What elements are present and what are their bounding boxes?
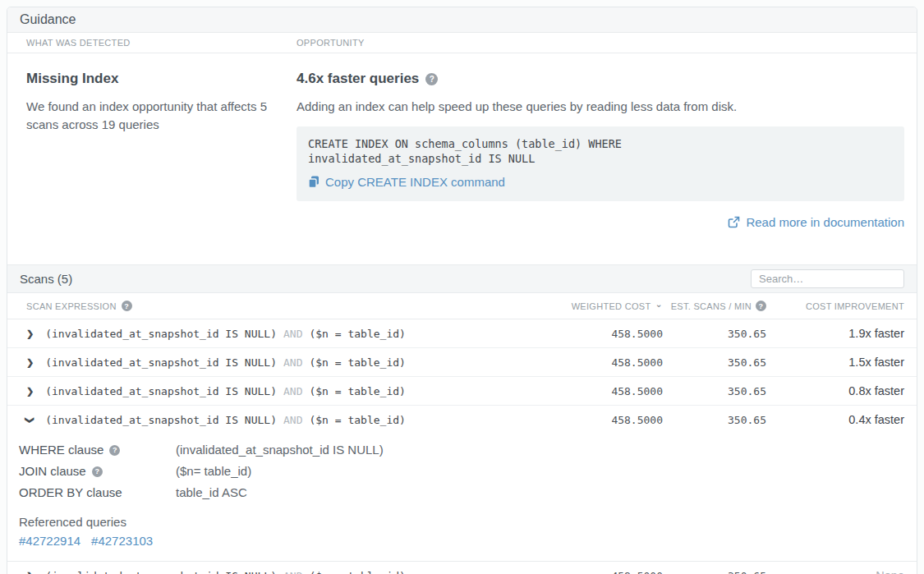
detected-title: Missing Index (26, 71, 287, 87)
join-clause-value: ($n= table_id) (176, 461, 904, 481)
scans-table-header: SCAN EXPRESSION ? WEIGHTED COST ⌄ EST. S… (7, 293, 917, 319)
what-was-detected-header: WHAT WAS DETECTED (26, 38, 297, 48)
cost-improvement-column-header[interactable]: COST IMPROVEMENT (766, 301, 904, 311)
and-keyword: AND (282, 385, 304, 397)
weighted-cost-column-header[interactable]: WEIGHTED COST ⌄ (556, 301, 663, 311)
weighted-cost-value: 458.5000 (556, 570, 663, 574)
est-scans-value: 350.65 (663, 414, 766, 426)
est-scans-value: 350.65 (663, 328, 766, 340)
scan-row[interactable]: ❯ (invalidated_at_snapshot_id IS NULL) A… (7, 377, 917, 406)
where-clause-label-text: WHERE clause (19, 440, 103, 460)
scan-expression: (invalidated_at_snapshot_id IS NULL) (45, 328, 277, 340)
referenced-queries-title: Referenced queries (19, 515, 904, 529)
help-icon[interactable]: ? (122, 301, 132, 311)
opportunity-header: OPPORTUNITY (297, 38, 365, 48)
opportunity-title: 4.6x faster queries ? (297, 71, 904, 87)
help-icon[interactable]: ? (756, 301, 766, 311)
scan-row[interactable]: ❯ (invalidated_at_snapshot_id IS NULL) A… (7, 562, 917, 574)
cost-improvement-value: None (766, 569, 904, 574)
weighted-cost-value: 458.5000 (556, 385, 663, 397)
scan-row-detail: WHERE clause ? (invalidated_at_snapshot_… (7, 434, 917, 562)
create-index-code-block: CREATE INDEX ON schema_columns (table_id… (297, 126, 904, 202)
detection-content: Missing Index We found an index opportun… (7, 53, 917, 248)
scan-expression: ($n = table_id) (309, 570, 405, 574)
read-more-link[interactable]: Read more in documentation (728, 215, 904, 229)
est-scans-value: 350.65 (663, 385, 766, 397)
scan-expression: (invalidated_at_snapshot_id IS NULL) (45, 356, 277, 369)
read-more-label: Read more in documentation (746, 215, 904, 229)
copy-link-label: Copy CREATE INDEX command (325, 175, 505, 189)
where-clause-label: WHERE clause ? (19, 440, 176, 460)
est-scans-header-label: EST. SCANS / MIN (671, 301, 752, 311)
scan-row-expanded[interactable]: ❯ (invalidated_at_snapshot_id IS NULL) A… (7, 406, 917, 434)
scan-expression: (invalidated_at_snapshot_id IS NULL) (45, 570, 277, 574)
detected-description: We found an index opportunity that affec… (26, 98, 273, 134)
panel-title: Guidance (7, 7, 917, 33)
scan-expression: (invalidated_at_snapshot_id IS NULL) (45, 414, 277, 426)
guidance-panel: Guidance WHAT WAS DETECTED OPPORTUNITY M… (7, 7, 917, 574)
chevron-right-icon[interactable]: ❯ (26, 387, 34, 396)
opportunity-column: 4.6x faster queries ? Adding an index ca… (297, 71, 904, 232)
cost-improvement-value: 1.5x faster (766, 356, 904, 369)
scan-expression: ($n = table_id) (309, 356, 405, 369)
opportunity-title-text: 4.6x faster queries (297, 71, 419, 87)
scan-expression-header-label: SCAN EXPRESSION (26, 301, 117, 311)
referenced-queries-links: #42722914 #42723103 (19, 534, 904, 548)
scans-title: Scans (5) (20, 272, 72, 286)
detection-column-headers: WHAT WAS DETECTED OPPORTUNITY (7, 33, 917, 53)
copy-icon (308, 176, 319, 188)
sort-descending-icon: ⌄ (655, 300, 663, 309)
chevron-down-icon[interactable]: ❯ (25, 416, 34, 424)
opportunity-description: Adding an index can help speed up these … (297, 98, 904, 116)
cost-improvement-value: 1.9x faster (766, 327, 904, 340)
help-icon[interactable]: ? (92, 466, 103, 477)
scans-section-header: Scans (5) (7, 264, 917, 293)
est-scans-value: 350.65 (663, 356, 766, 369)
weighted-cost-value: 458.5000 (556, 356, 663, 369)
scan-row[interactable]: ❯ (invalidated_at_snapshot_id IS NULL) A… (7, 348, 917, 377)
help-icon[interactable]: ? (425, 73, 438, 85)
weighted-cost-header-label: WEIGHTED COST (572, 301, 651, 311)
cost-improvement-value: 0.4x faster (766, 413, 904, 426)
weighted-cost-value: 458.5000 (556, 414, 663, 426)
join-clause-label: JOIN clause ? (19, 461, 176, 481)
query-link[interactable]: #42722914 (19, 534, 80, 548)
query-link[interactable]: #42723103 (91, 534, 153, 548)
and-keyword: AND (282, 356, 304, 369)
chevron-right-icon[interactable]: ❯ (26, 358, 34, 367)
scan-expression: ($n = table_id) (309, 328, 405, 340)
search-input[interactable] (751, 269, 904, 288)
and-keyword: AND (282, 414, 304, 426)
scan-expression: (invalidated_at_snapshot_id IS NULL) (45, 385, 277, 397)
est-scans-value: 350.65 (663, 570, 766, 574)
scan-expression-column-header[interactable]: SCAN EXPRESSION ? (26, 301, 556, 311)
est-scans-column-header[interactable]: EST. SCANS / MIN ? (663, 301, 766, 311)
external-link-icon (728, 216, 740, 228)
chevron-right-icon[interactable]: ❯ (26, 329, 34, 338)
where-clause-value: (invalidated_at_snapshot_id IS NULL) (176, 440, 904, 460)
scan-expression: ($n = table_id) (309, 414, 405, 426)
copy-create-index-link[interactable]: Copy CREATE INDEX command (308, 175, 505, 189)
read-more-row: Read more in documentation (297, 215, 904, 232)
cost-improvement-value: 0.8x faster (766, 384, 904, 397)
scan-row[interactable]: ❯ (invalidated_at_snapshot_id IS NULL) A… (7, 319, 917, 348)
join-clause-label-text: JOIN clause (19, 461, 86, 481)
help-icon[interactable]: ? (109, 445, 120, 456)
and-keyword: AND (282, 570, 304, 574)
create-index-command: CREATE INDEX ON schema_columns (table_id… (308, 137, 893, 167)
weighted-cost-value: 458.5000 (556, 328, 663, 340)
order-by-clause-value: table_id ASC (176, 483, 904, 503)
and-keyword: AND (282, 328, 304, 340)
order-by-clause-label: ORDER BY clause (19, 483, 176, 503)
detected-column: Missing Index We found an index opportun… (26, 71, 287, 232)
scan-expression: ($n = table_id) (309, 385, 405, 397)
